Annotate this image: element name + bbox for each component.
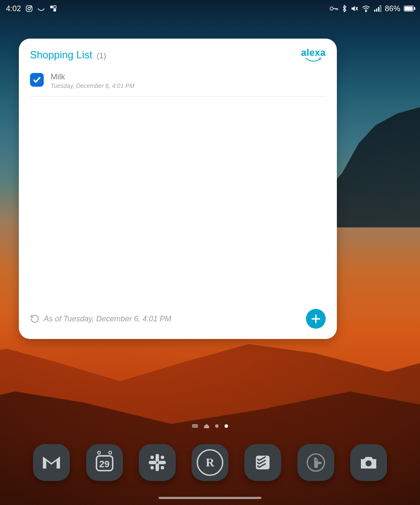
refresh-icon[interactable] <box>30 314 39 324</box>
svg-point-2 <box>30 6 31 7</box>
gesture-nav-bar[interactable] <box>159 497 261 499</box>
svg-point-23 <box>150 466 154 469</box>
app-slack[interactable] <box>139 444 176 481</box>
widget-footer: As of Tuesday, December 6, 4:01 PM <box>19 304 337 330</box>
add-item-button[interactable] <box>306 309 326 329</box>
dock: 29 R <box>0 444 420 481</box>
svg-rect-11 <box>376 9 377 12</box>
home-screen[interactable]: 4:02 <box>0 0 420 505</box>
svg-rect-12 <box>378 7 379 12</box>
page-dot-home[interactable] <box>204 424 209 428</box>
check-icon <box>33 76 41 84</box>
page-dot-drawer[interactable] <box>192 424 198 428</box>
duckduckgo-icon <box>306 452 326 473</box>
widget-title[interactable]: Shopping List <box>30 49 92 61</box>
footer-text: As of Tuesday, December 6, 4:01 PM <box>44 314 171 324</box>
page-dot[interactable] <box>215 424 219 428</box>
notif-icon <box>37 6 45 11</box>
signal-icon <box>374 5 381 12</box>
list-item[interactable]: Milk Tuesday, December 6, 4:01 PM <box>30 68 326 97</box>
app-todoist[interactable] <box>244 444 281 481</box>
bluetooth-icon <box>342 5 347 12</box>
item-name: Milk <box>51 72 135 82</box>
svg-point-27 <box>315 460 317 461</box>
slack-icon <box>147 452 168 473</box>
calendar-day: 29 <box>99 459 109 470</box>
camera-icon <box>358 452 379 473</box>
svg-rect-4 <box>54 9 56 12</box>
page-indicator[interactable] <box>192 424 228 428</box>
svg-point-1 <box>28 7 30 10</box>
svg-rect-18 <box>156 463 159 471</box>
alexa-smile-icon <box>305 57 322 62</box>
widget-header: Shopping List (1) alexa <box>19 48 337 68</box>
svg-point-28 <box>366 460 372 466</box>
status-time: 4:02 <box>6 4 21 13</box>
item-timestamp: Tuesday, December 6, 4:01 PM <box>51 82 135 89</box>
todoist-icon <box>252 452 273 473</box>
app-gmail[interactable] <box>33 444 70 481</box>
widget-item-count: (1) <box>96 51 106 60</box>
svg-point-24 <box>161 466 164 469</box>
svg-rect-17 <box>156 454 159 462</box>
svg-rect-20 <box>158 461 166 464</box>
checkbox-checked[interactable] <box>30 73 44 87</box>
battery-icon <box>404 6 414 12</box>
svg-rect-10 <box>374 10 375 12</box>
app-r[interactable]: R <box>192 444 228 481</box>
page-dot-active[interactable] <box>225 424 228 428</box>
alexa-logo: alexa <box>301 48 326 62</box>
svg-rect-19 <box>149 461 156 464</box>
wifi-icon <box>362 5 370 12</box>
app-duckduckgo[interactable] <box>297 444 334 481</box>
plus-icon <box>310 313 321 324</box>
svg-point-21 <box>150 456 154 459</box>
status-bar: 4:02 <box>0 0 420 17</box>
svg-point-6 <box>330 7 333 10</box>
svg-rect-13 <box>380 6 381 12</box>
notif-icon <box>49 5 57 12</box>
svg-rect-5 <box>54 6 56 8</box>
svg-point-9 <box>366 11 366 12</box>
app-camera[interactable] <box>350 444 387 481</box>
instagram-notif-icon <box>25 5 33 12</box>
mute-icon <box>351 5 358 12</box>
app-calendar[interactable]: 29 <box>86 444 123 481</box>
vpn-icon <box>329 6 339 12</box>
svg-rect-3 <box>50 6 53 8</box>
battery-percent: 86% <box>385 4 400 13</box>
app-r-label: R <box>206 456 214 469</box>
widget-list: Milk Tuesday, December 6, 4:01 PM <box>19 68 337 304</box>
gmail-icon <box>41 452 62 473</box>
alexa-shopping-list-widget[interactable]: Shopping List (1) alexa Milk Tuesday, De… <box>19 39 337 339</box>
svg-point-22 <box>161 456 164 459</box>
